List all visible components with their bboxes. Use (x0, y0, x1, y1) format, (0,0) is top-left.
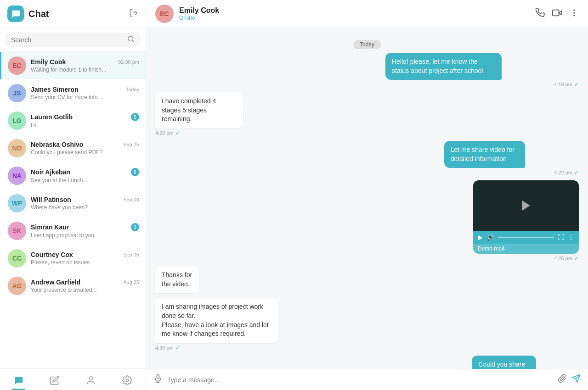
table-row: I am sharing images of project work done… (155, 298, 579, 351)
read-receipt: ✓ (574, 255, 579, 262)
contact-preview: Where have you been? (31, 204, 139, 211)
contact-info: Emily Cook02.30 pmWaiting for module 1 t… (31, 58, 139, 73)
contacts-nav[interactable] (73, 373, 109, 388)
table-row: Thanks for the video. (155, 266, 579, 293)
sidebar-header-left: Chat (7, 6, 49, 22)
contact-name: Courtney Cox (31, 251, 73, 258)
contact-name-row: Simran Kaur3 (31, 223, 139, 231)
send-button[interactable] (571, 374, 581, 385)
contact-preview: I sent app proposal to you. (31, 232, 139, 239)
avatar: JS (8, 84, 26, 102)
input-area (146, 369, 588, 390)
list-item[interactable]: JSJames SimeronTodaySend your CV for mor… (0, 79, 146, 107)
more-options-button[interactable] (570, 8, 579, 20)
unread-badge: 8 (131, 168, 139, 176)
svg-marker-7 (522, 201, 530, 211)
contact-name: Simran Kaur (31, 223, 69, 231)
video-controls: ▶ 🔊 ⛶ ⋮ (473, 231, 579, 244)
avatar: SK (8, 222, 26, 240)
list-item[interactable]: NONebraska OshivoSep 25Could you please … (0, 134, 146, 162)
video-call-button[interactable] (552, 8, 562, 20)
video-progress-bar (498, 237, 554, 238)
svg-point-6 (574, 15, 575, 16)
search-icon-button[interactable] (127, 35, 135, 44)
contact-info: Andrew GarfieldAug 25Your presence is aw… (31, 279, 139, 293)
read-receipt: ✓ (175, 345, 180, 351)
messages-area[interactable]: Today Hello! please, let me know the sta… (146, 28, 588, 369)
svg-rect-3 (553, 10, 559, 16)
contact-preview: Waiting for module 1 to finish... (31, 67, 139, 73)
contact-name: Lauren Gotlib (31, 113, 73, 121)
chat-nav[interactable] (0, 373, 36, 388)
message-time: 4:18 pm (554, 82, 572, 87)
message-time: 4:22 pm (554, 170, 572, 175)
contact-name-row: Andrew GarfieldAug 25 (31, 279, 139, 286)
message-meta: 4:25 pm ✓ (473, 255, 579, 262)
avatar: WP (8, 194, 26, 212)
contact-time: Aug 25 (123, 279, 139, 285)
unread-badge: 5 (131, 113, 139, 121)
chat-header: EC Emily Cook Online (146, 0, 588, 28)
contact-info: Courtney CoxSep 05Please, revert on issu… (31, 251, 139, 266)
list-item[interactable]: AGAndrew GarfieldAug 25Your presence is … (0, 272, 146, 300)
contact-preview: Hi (31, 122, 139, 128)
fullscreen-icon[interactable]: ⛶ (558, 234, 564, 241)
phone-button[interactable] (536, 8, 545, 20)
message-meta: 4:22 pm ✓ (444, 169, 579, 176)
contact-time: 02.30 pm (118, 59, 139, 65)
table-row: Hello! please, let me know the status ab… (155, 53, 579, 88)
list-item[interactable]: WPWill PatinsonSep 08Where have you been… (0, 189, 146, 217)
list-item[interactable]: NANoir Ajkeban8See you at the Lunch... (0, 162, 146, 189)
video-bubble[interactable]: ▶ 🔊 ⛶ ⋮ Demo.mp4 (473, 180, 579, 254)
video-message: ▶ 🔊 ⛶ ⋮ Demo.mp4 4:25 pm ✓ (473, 180, 579, 262)
svg-point-1 (126, 379, 129, 382)
message-time: 4:20 pm (155, 130, 174, 136)
message-bubble-outgoing: Could you share photos, please? 4:31 pm … (472, 356, 579, 369)
video-options-icon[interactable]: ⋮ (568, 234, 574, 241)
mic-button[interactable] (153, 374, 163, 385)
sidebar: Chat ECEmily Cook02.30 pmWaiting for mod… (0, 0, 146, 390)
main-chat: EC Emily Cook Online (146, 0, 588, 390)
chat-avatar: EC (155, 5, 174, 23)
contact-info: Simran Kaur3I sent app proposal to you. (31, 223, 139, 239)
attach-button[interactable] (558, 374, 567, 385)
message-input[interactable] (167, 376, 553, 384)
table-row: Let me share video for detailed informat… (155, 141, 579, 176)
search-input[interactable] (11, 36, 124, 44)
edit-nav[interactable] (36, 373, 73, 388)
sidebar-header: Chat (0, 0, 146, 28)
avatar: LG (8, 111, 26, 130)
message-bubble: Let me share video for detailed informat… (444, 141, 525, 168)
message-time: 4:30 pm (155, 345, 174, 351)
play-icon[interactable]: ▶ (478, 234, 483, 241)
contact-name-row: Emily Cook02.30 pm (31, 58, 139, 66)
contact-name-row: Noir Ajkeban8 (31, 168, 139, 176)
message-bubble: Thanks for the video. (155, 266, 199, 293)
day-label: Today (155, 40, 579, 48)
message-bubble: I am sharing images of project work done… (155, 298, 278, 343)
read-receipt: ✓ (574, 81, 579, 88)
logout-button[interactable] (129, 8, 138, 20)
list-item[interactable]: SKSimran Kaur3I sent app proposal to you… (0, 217, 146, 245)
read-receipt: ✓ (574, 169, 579, 176)
search-input-wrap[interactable] (6, 33, 140, 47)
avatar: NA (8, 167, 26, 185)
chat-user-name: Emily Cook (179, 6, 219, 15)
message-bubble: Hello! please, let me know the status ab… (385, 53, 502, 80)
chat-user-info: Emily Cook Online (179, 6, 219, 21)
read-receipt: ✓ (175, 130, 180, 136)
contact-preview: Your presence is awaited... (31, 287, 139, 293)
contact-time: Sep 05 (123, 252, 139, 257)
list-item[interactable]: LGLauren Gotlib5Hi (0, 107, 146, 134)
volume-icon[interactable]: 🔊 (486, 234, 494, 241)
contact-name: James Simeron (31, 86, 79, 93)
table-row: ▶ 🔊 ⛶ ⋮ Demo.mp4 4:25 pm ✓ (155, 180, 579, 262)
contact-name: Emily Cook (31, 58, 66, 66)
list-item[interactable]: CCCourtney CoxSep 05Please, revert on is… (0, 245, 146, 272)
svg-point-4 (574, 10, 575, 11)
svg-point-5 (574, 12, 575, 13)
settings-nav[interactable] (109, 373, 146, 388)
list-item[interactable]: ECEmily Cook02.30 pmWaiting for module 1… (0, 52, 146, 79)
contact-preview: See you at the Lunch... (31, 177, 139, 184)
message-bubble-incoming: I have completed 4 stages 5 stages remai… (155, 92, 301, 136)
